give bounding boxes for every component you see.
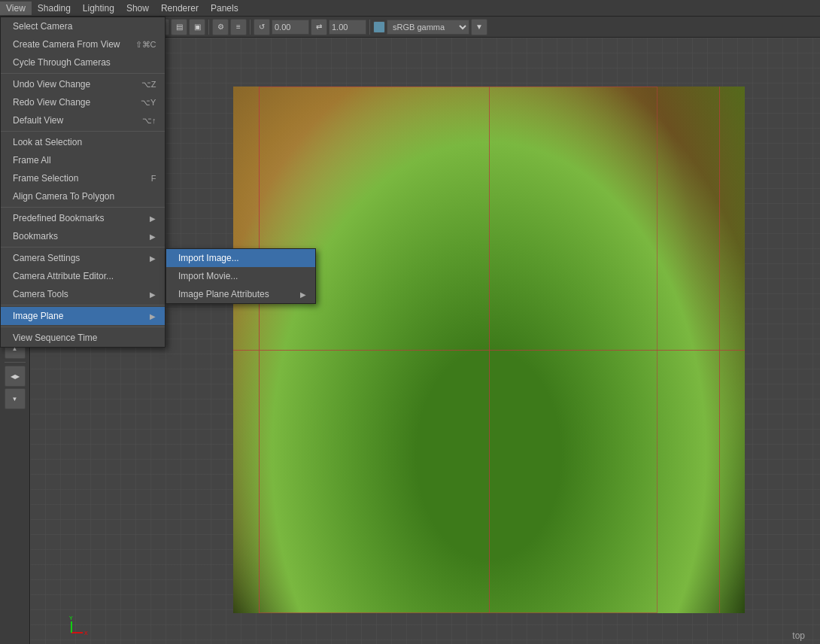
- submenu-item-import-movie[interactable]: Import Movie...: [166, 267, 315, 285]
- menu-item-align-camera[interactable]: Align Camera To Polygon: [1, 187, 165, 205]
- menu-item-camera-tools[interactable]: Camera Tools ▶: [1, 285, 165, 303]
- menu-sep-3: [1, 207, 165, 208]
- tool-15[interactable]: ▼: [5, 388, 26, 409]
- menu-sep-4: [1, 247, 165, 248]
- camera-border: [259, 87, 658, 613]
- image-plane: [233, 87, 745, 613]
- view-menu: Select Camera Create Camera From View ⇧⌘…: [0, 17, 166, 348]
- toolbar-btn-14[interactable]: ↺: [254, 19, 270, 35]
- toolbar-btn-15[interactable]: ⇄: [311, 19, 327, 35]
- menu-lighting[interactable]: Lighting: [77, 2, 120, 15]
- menu-sep-1: [1, 73, 165, 74]
- toolbar-btn-13[interactable]: ≡: [230, 19, 247, 35]
- menu-view[interactable]: View: [0, 2, 32, 15]
- menu-item-camera-settings[interactable]: Camera Settings ▶: [1, 249, 165, 267]
- menu-item-camera-attr-editor[interactable]: Camera Attribute Editor...: [1, 267, 165, 285]
- toolbar-color-swatch[interactable]: [373, 21, 385, 33]
- toolbar-input-2[interactable]: [329, 20, 366, 35]
- menu-item-frame-selection[interactable]: Frame Selection F: [1, 169, 165, 187]
- menu-item-look-at[interactable]: Look at Selection: [1, 133, 165, 151]
- menu-item-image-plane[interactable]: Image Plane ▶: [1, 307, 165, 325]
- toolbar-arrow-btn[interactable]: ▼: [471, 19, 487, 35]
- menu-renderer[interactable]: Renderer: [155, 2, 205, 15]
- menu-item-predefined-bookmarks[interactable]: Predefined Bookmarks ▶: [1, 209, 165, 227]
- toolbar-btn-12[interactable]: ⚙: [212, 19, 229, 35]
- menu-item-default-view[interactable]: Default View ⌥↑: [1, 111, 165, 129]
- toolbar-btn-11[interactable]: ▣: [189, 19, 205, 35]
- submenu-item-image-plane-attrs[interactable]: Image Plane Attributes ▶: [166, 285, 315, 303]
- menu-item-select-camera[interactable]: Select Camera: [1, 17, 165, 35]
- menu-item-cycle-cameras[interactable]: Cycle Through Cameras: [1, 53, 165, 71]
- menu-show[interactable]: Show: [120, 2, 155, 15]
- menu-item-frame-all[interactable]: Frame All: [1, 151, 165, 169]
- menu-item-view-sequence[interactable]: View Sequence Time: [1, 329, 165, 347]
- tool-14[interactable]: ◀▶: [5, 366, 26, 387]
- svg-text:X: X: [84, 630, 88, 636]
- menu-item-undo-view[interactable]: Undo View Change ⌥Z: [1, 75, 165, 93]
- view-axes: X Y: [68, 614, 90, 636]
- toolbar-input-1[interactable]: [272, 20, 309, 35]
- menu-shading[interactable]: Shading: [32, 2, 77, 15]
- submenu-item-import-image[interactable]: Import Image...: [166, 249, 315, 267]
- toolbar-sep-2: [208, 20, 209, 35]
- toolbar-sep-4: [369, 20, 370, 35]
- sidebar-sep-6: [5, 362, 26, 363]
- menu-sep-5: [1, 305, 165, 305]
- image-plane-submenu: Import Image... Import Movie... Image Pl…: [166, 248, 316, 304]
- guide-vertical-right: [719, 87, 720, 613]
- svg-text:Y: Y: [69, 615, 73, 621]
- colorspace-dropdown[interactable]: sRGB gamma: [387, 20, 469, 35]
- toolbar-sep-3: [250, 20, 251, 35]
- menu-item-redo-view[interactable]: Redo View Change ⌥Y: [1, 93, 165, 111]
- menu-sep-2: [1, 131, 165, 132]
- menu-panels[interactable]: Panels: [205, 2, 244, 15]
- menu-item-bookmarks[interactable]: Bookmarks ▶: [1, 227, 165, 245]
- menu-item-create-camera[interactable]: Create Camera From View ⇧⌘C: [1, 35, 165, 53]
- view-dropdown: Select Camera Create Camera From View ⇧⌘…: [0, 17, 166, 348]
- toolbar-btn-10[interactable]: ▤: [171, 19, 187, 35]
- viewport-label: top: [792, 630, 805, 641]
- menu-sep-6: [1, 327, 165, 327]
- menu-bar: View Shading Lighting Show Renderer Pane…: [0, 0, 820, 17]
